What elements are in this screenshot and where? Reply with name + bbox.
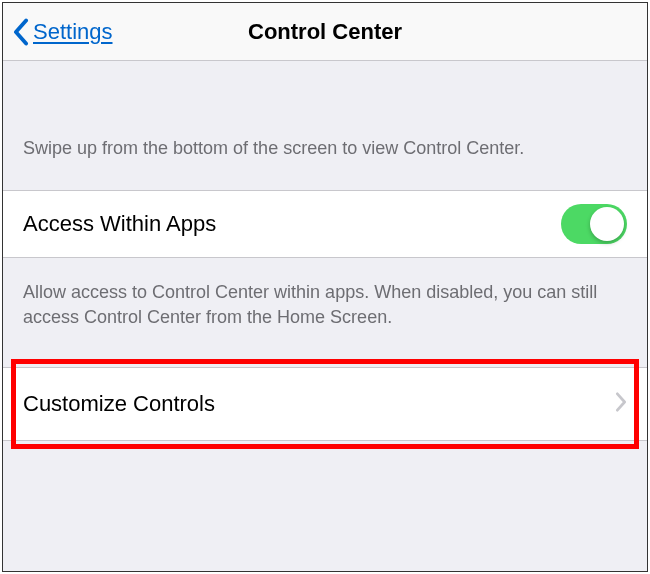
customize-controls-row[interactable]: Customize Controls bbox=[3, 367, 647, 441]
toggle-knob bbox=[590, 207, 624, 241]
nav-bar: Settings Control Center bbox=[3, 3, 647, 61]
back-button[interactable]: Settings bbox=[3, 18, 113, 46]
chevron-left-icon bbox=[13, 18, 29, 46]
customize-controls-group: Customize Controls bbox=[3, 367, 647, 441]
access-within-apps-row: Access Within Apps bbox=[3, 190, 647, 258]
section-description: Swipe up from the bottom of the screen t… bbox=[3, 61, 647, 190]
settings-pane: Settings Control Center Swipe up from th… bbox=[2, 2, 648, 572]
back-label: Settings bbox=[33, 19, 113, 45]
chevron-right-icon bbox=[615, 392, 627, 416]
row-label: Access Within Apps bbox=[23, 211, 216, 237]
section-description: Allow access to Control Center within ap… bbox=[3, 258, 647, 357]
access-within-apps-toggle[interactable] bbox=[561, 204, 627, 244]
row-label: Customize Controls bbox=[23, 391, 215, 417]
